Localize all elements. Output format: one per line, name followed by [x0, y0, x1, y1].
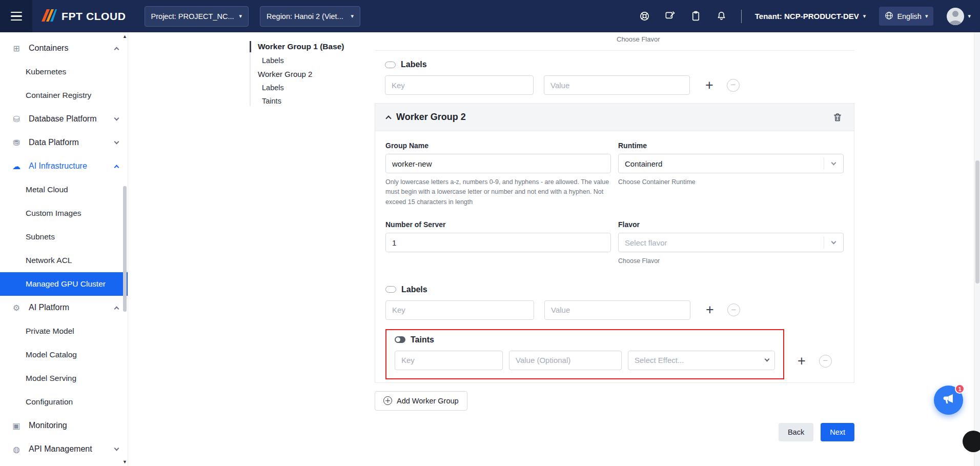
sidebar-item-label: AI Infrastructure	[29, 161, 87, 171]
runtime-select[interactable]: Containerd	[618, 154, 844, 173]
wizard-footer: Back Next	[375, 423, 854, 441]
chevron-down-icon	[114, 445, 119, 451]
wizard-step-labels[interactable]: Labels	[250, 54, 344, 67]
sidebar-item-model-serving[interactable]: Model Serving	[0, 367, 128, 390]
sidebar-item-configuration[interactable]: Configuration	[0, 390, 128, 414]
project-selector[interactable]: Project: PROJECT_NC... ▾	[145, 6, 249, 27]
notification-count-badge: 1	[955, 384, 965, 394]
wg2-label-key-input[interactable]	[385, 300, 534, 320]
worker-group-2-header[interactable]: Worker Group 2	[375, 104, 854, 131]
wg1-label-value-input[interactable]	[544, 75, 690, 95]
tenant-label: Tenant: NCP-PRODUCT-DEV	[755, 12, 859, 21]
sidebar-item-network-acl[interactable]: Network ACL	[0, 249, 128, 272]
sidebar-item-ai-infrastructure[interactable]: ☁AI Infrastructure	[0, 154, 128, 178]
sidebar-item-ai-platform[interactable]: ⚙AI Platform	[0, 296, 128, 319]
sidebar-scrollbar[interactable]: ▲ ▼	[122, 32, 128, 466]
section-divider	[375, 50, 854, 51]
containers-icon: ⊞	[10, 44, 23, 53]
chevron-down-icon: ▾	[925, 13, 928, 19]
group-name-label: Group Name	[385, 141, 611, 150]
wg2-add-label-button[interactable]: +	[706, 303, 714, 317]
notification-bell-icon[interactable]	[716, 10, 728, 23]
taint-effect-placeholder: Select Effect...	[635, 356, 684, 364]
menu-button[interactable]	[0, 0, 32, 32]
wg1-add-label-button[interactable]: +	[705, 78, 713, 92]
wizard-outline: Worker Group 1 (Base)LabelsWorker Group …	[250, 39, 344, 108]
sidebar-item-data-platform[interactable]: ⛃Data Platform	[0, 131, 128, 154]
runtime-label: Runtime	[618, 141, 844, 150]
wg2-label-value-input[interactable]	[544, 300, 690, 320]
sidebar-item-subnets[interactable]: Subnets	[0, 225, 128, 249]
wg1-label-key-input[interactable]	[385, 75, 534, 95]
sidebar-item-label: Private Model	[26, 327, 74, 336]
support-icon[interactable]	[639, 10, 651, 23]
add-taint-button[interactable]: +	[798, 354, 806, 368]
main-content: Worker Group 1 (Base)LabelsWorker Group …	[128, 32, 980, 466]
sidebar-item-api-management[interactable]: ◍API Management	[0, 437, 128, 461]
chevron-down-icon	[824, 157, 843, 170]
sidebar: ⊞ContainersKubernetesContainer Registry⛁…	[0, 32, 128, 466]
wg1-remove-label-button[interactable]: −	[727, 79, 740, 92]
region-selector-label: Region: Hanoi 2 (Viet...	[267, 12, 343, 21]
chevron-up-icon	[114, 306, 119, 311]
page-scroll-thumb[interactable]	[975, 160, 979, 283]
sidebar-item-metal-cloud[interactable]: Metal Cloud	[0, 178, 128, 201]
wg2-remove-label-button[interactable]: −	[727, 303, 740, 316]
user-avatar	[947, 8, 964, 25]
sidebar-item-database-platform[interactable]: ⛁Database Platform	[0, 107, 128, 131]
next-button[interactable]: Next	[821, 423, 854, 441]
scroll-up-arrow[interactable]: ▲	[122, 34, 128, 39]
tenant-selector[interactable]: Tenant: NCP-PRODUCT-DEV ▾	[755, 12, 866, 21]
chevron-down-icon	[114, 115, 119, 120]
labels-section-icon	[385, 62, 396, 68]
sidebar-item-monitoring[interactable]: ▣Monitoring	[0, 414, 128, 437]
add-worker-group-label: Add Worker Group	[397, 397, 459, 405]
sidebar-item-custom-images[interactable]: Custom Images	[0, 201, 128, 225]
api-management-icon: ◍	[10, 444, 23, 454]
sidebar-item-container-registry[interactable]: Container Registry	[0, 84, 128, 107]
taints-highlight-box: Taints Select Effect...	[385, 329, 784, 379]
wg1-labels-section: Labels + −	[375, 60, 854, 95]
clipboard-icon[interactable]	[690, 10, 702, 23]
remove-taint-button[interactable]: −	[819, 355, 832, 368]
flavor-placeholder: Select flavor	[625, 238, 667, 247]
chevron-down-icon: ▾	[968, 13, 971, 19]
number-of-server-input[interactable]	[385, 233, 611, 252]
collapse-chevron-icon[interactable]	[385, 115, 391, 121]
language-selector[interactable]: English ▾	[879, 7, 933, 26]
taint-effect-select[interactable]: Select Effect...	[628, 351, 775, 370]
user-menu[interactable]: ▾	[947, 8, 971, 25]
scroll-down-arrow[interactable]: ▼	[122, 459, 128, 464]
ai-platform-icon: ⚙	[10, 303, 23, 313]
data-platform-icon: ⛃	[10, 138, 23, 148]
taint-value-input[interactable]	[509, 351, 622, 370]
sidebar-item-private-model[interactable]: Private Model	[0, 319, 128, 343]
announcements-button[interactable]: 1	[934, 386, 963, 415]
wizard-step-taints[interactable]: Taints	[250, 94, 344, 108]
back-button[interactable]: Back	[779, 423, 813, 441]
sidebar-scroll-thumb[interactable]	[123, 186, 127, 312]
sidebar-item-managed-gpu-cluster[interactable]: Managed GPU Cluster	[0, 272, 128, 296]
sidebar-item-model-catalog[interactable]: Model Catalog	[0, 343, 128, 367]
sidebar-item-label: Containers	[29, 44, 68, 53]
sidebar-item-label: Custom Images	[26, 209, 81, 218]
wizard-step-worker-group-1-base[interactable]: Worker Group 1 (Base)	[250, 39, 344, 54]
wizard-step-worker-group-2[interactable]: Worker Group 2	[250, 67, 344, 81]
sidebar-item-label: Kubernetes	[26, 67, 66, 76]
flavor-select[interactable]: Select flavor	[618, 233, 844, 252]
sidebar-item-kubernetes[interactable]: Kubernetes	[0, 60, 128, 84]
runtime-hint: Choose Container Runtime	[618, 177, 844, 187]
wizard-step-labels[interactable]: Labels	[250, 81, 344, 94]
add-worker-group-button[interactable]: Add Worker Group	[375, 391, 467, 411]
group-name-input[interactable]	[385, 154, 611, 173]
feedback-icon[interactable]	[664, 10, 677, 23]
language-label: English	[897, 12, 922, 21]
region-selector[interactable]: Region: Hanoi 2 (Viet... ▾	[260, 6, 360, 27]
taint-key-input[interactable]	[395, 351, 503, 370]
sidebar-item-label: Configuration	[26, 397, 73, 407]
sidebar-item-containers[interactable]: ⊞Containers	[0, 36, 128, 60]
group-name-hint: Only lowercase letters a-z, numbers 0-9,…	[385, 177, 611, 207]
floating-widget-partial[interactable]	[963, 431, 980, 452]
page-scrollbar[interactable]	[974, 32, 980, 466]
delete-worker-group-icon[interactable]	[832, 112, 843, 123]
